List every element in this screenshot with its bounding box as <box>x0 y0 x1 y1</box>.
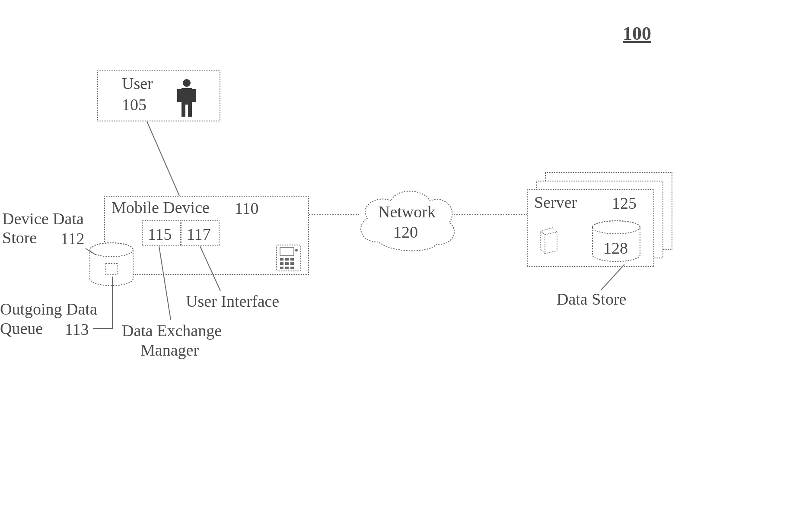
diagram-canvas: 100 User 105 Mobile Device 110 115 117 <box>0 0 812 506</box>
svg-line-32 <box>601 264 624 290</box>
leader-data-store <box>0 0 812 506</box>
data-store-label: Data Store <box>557 290 626 309</box>
